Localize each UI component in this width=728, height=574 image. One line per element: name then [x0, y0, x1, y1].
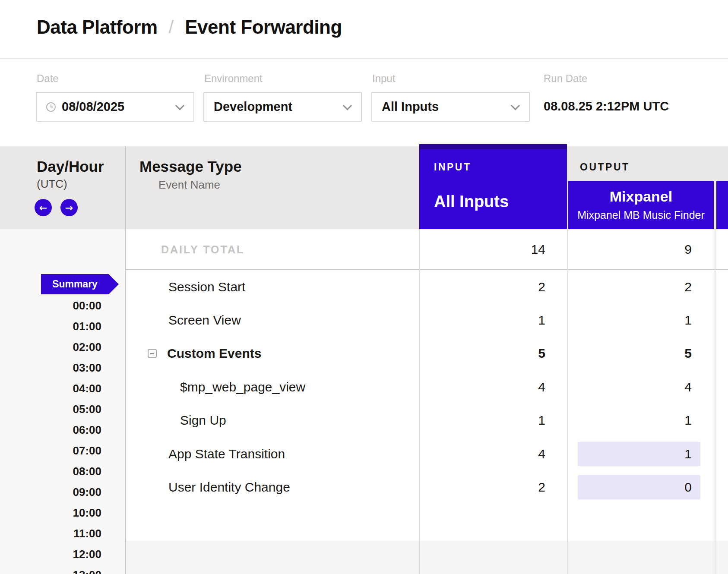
hour-item-11[interactable]: 11:00: [0, 523, 101, 544]
input-select[interactable]: All Inputs: [371, 92, 530, 122]
row-output-value: 1: [684, 447, 692, 461]
column-divider: [419, 229, 420, 574]
row-input-value: 2: [538, 280, 545, 294]
hour-item-00[interactable]: 00:00: [0, 295, 101, 316]
hour-item-04[interactable]: 04:00: [0, 378, 101, 399]
row-output-value: 1: [684, 313, 692, 328]
input-column-name: All Inputs: [434, 192, 509, 211]
breadcrumb: Data Platform / Event Forwarding: [37, 16, 342, 38]
row-input-value: 4: [538, 447, 545, 461]
day-hour-sidebar: Summary 00:00 01:00 02:00 03:00 04:00 05…: [0, 229, 125, 574]
hour-item-13[interactable]: 13:00: [0, 565, 101, 574]
daily-total-output-value: 9: [684, 242, 692, 257]
row-label: Custom Events: [167, 346, 261, 361]
row-label: App State Transition: [168, 447, 285, 461]
hour-list: 00:00 01:00 02:00 03:00 04:00 05:00 06:0…: [0, 295, 101, 574]
row-label: Sign Up: [180, 413, 226, 428]
output-column-subtitle: Mixpanel MB Music Finder: [568, 209, 714, 221]
day-hour-title: Day/Hour: [37, 158, 104, 175]
daily-total-label: DAILY TOTAL: [161, 243, 244, 255]
row-label: $mp_web_page_view: [180, 380, 305, 394]
input-filter-label: Input: [372, 73, 395, 85]
clock-icon: [46, 102, 56, 112]
hour-item-01[interactable]: 01:00: [0, 316, 101, 337]
top-bar: Data Platform / Event Forwarding: [0, 0, 728, 59]
hour-item-12[interactable]: 12:00: [0, 544, 101, 565]
breadcrumb-section[interactable]: Data Platform: [37, 16, 158, 38]
hour-item-03[interactable]: 03:00: [0, 357, 101, 378]
next-day-button[interactable]: →: [60, 199, 78, 216]
hour-item-05[interactable]: 05:00: [0, 399, 101, 419]
environment-filter-label: Environment: [204, 73, 263, 85]
column-divider: [715, 229, 715, 574]
collapse-toggle-icon[interactable]: [148, 349, 157, 358]
summary-tab[interactable]: Summary: [41, 274, 119, 294]
row-output-value: 1: [684, 413, 692, 428]
arrow-left-icon: ←: [39, 202, 47, 213]
row-input-value: 1: [538, 313, 545, 328]
input-filter-value: All Inputs: [382, 100, 439, 114]
breadcrumb-separator: /: [169, 17, 174, 38]
table-row: Screen View 1 1: [125, 303, 728, 337]
hour-item-07[interactable]: 07:00: [0, 440, 101, 461]
hour-item-06[interactable]: 06:00: [0, 419, 101, 440]
row-input-value: 5: [538, 346, 545, 361]
output-section-label: OUTPUT: [580, 161, 630, 173]
input-column-label: INPUT: [434, 161, 472, 173]
table-row: User Identity Change 2 0: [125, 470, 728, 504]
hour-item-10[interactable]: 10:00: [0, 502, 101, 523]
input-column-header[interactable]: INPUT All Inputs: [419, 144, 567, 229]
table-row: App State Transition 4 1: [125, 437, 728, 470]
date-picker[interactable]: 08/08/2025: [36, 92, 194, 122]
row-output-value: 5: [684, 346, 692, 361]
summary-tab-label: Summary: [52, 278, 98, 290]
date-filter-label: Date: [37, 73, 59, 85]
previous-day-button[interactable]: ←: [35, 199, 52, 216]
run-date-label: Run Date: [544, 73, 587, 85]
row-input-value: 1: [538, 413, 545, 428]
hour-item-09[interactable]: 09:00: [0, 482, 101, 502]
output-cell-highlight: [578, 475, 700, 500]
table-body: DAILY TOTAL 14 9 Session Start 2 2 Scree…: [125, 229, 728, 574]
column-divider: [567, 229, 568, 574]
daily-total-row: DAILY TOTAL 14 9: [125, 229, 728, 270]
day-hour-subtitle: (UTC): [37, 177, 67, 191]
page-title: Event Forwarding: [185, 16, 342, 38]
table-footer-band: [125, 541, 728, 574]
row-input-value: 2: [538, 480, 545, 495]
mixpanel-column-header[interactable]: Mixpanel Mixpanel MB Music Finder: [568, 181, 714, 229]
output-cell-highlight: [578, 442, 700, 466]
hour-item-02[interactable]: 02:00: [0, 337, 101, 357]
message-type-title: Message Type: [139, 158, 242, 175]
table-row: Custom Events 5 5: [125, 337, 728, 370]
table-row: $mp_web_page_view 4 4: [125, 370, 728, 404]
chevron-down-icon: [343, 101, 352, 110]
environment-select[interactable]: Development: [203, 92, 362, 122]
arrow-right-icon: →: [65, 202, 73, 213]
row-input-value: 4: [538, 380, 545, 394]
chevron-down-icon: [175, 101, 184, 110]
table-row: Session Start 2 2: [125, 270, 728, 303]
date-value: 08/08/2025: [62, 100, 124, 114]
row-label: Screen View: [168, 313, 241, 328]
row-output-value: 4: [684, 380, 692, 394]
row-label: Session Start: [168, 280, 245, 294]
environment-value: Development: [214, 100, 292, 114]
filter-bar: Date 08/08/2025 Environment Development …: [0, 59, 728, 146]
row-output-value: 0: [684, 480, 692, 495]
chevron-down-icon: [511, 101, 520, 110]
event-name-subtitle: Event Name: [158, 178, 220, 192]
output-column-name: Mixpanel: [568, 188, 714, 205]
sidebar-divider: [125, 146, 126, 574]
run-date-value: 08.08.25 2:12PM UTC: [544, 99, 669, 114]
row-label: User Identity Change: [168, 480, 290, 495]
hour-item-08[interactable]: 08:00: [0, 461, 101, 482]
next-output-column-header-partial[interactable]: [716, 181, 728, 229]
event-forwarding-page: Data Platform / Event Forwarding Date 08…: [0, 0, 728, 574]
daily-total-input-value: 14: [531, 242, 545, 257]
table-row: Sign Up 1 1: [125, 404, 728, 437]
row-output-value: 2: [684, 280, 692, 294]
